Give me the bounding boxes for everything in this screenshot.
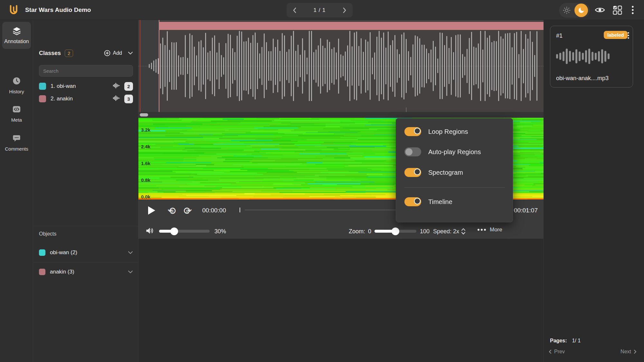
- chevron-right-icon: [634, 349, 637, 354]
- nav-item-annotation[interactable]: Annotation: [2, 22, 31, 49]
- moon-icon[interactable]: [574, 4, 588, 17]
- classes-header: Classes 2 Add: [39, 48, 133, 58]
- volume-slider[interactable]: [159, 230, 210, 233]
- object-group-anakin[interactable]: anakin (3): [33, 263, 138, 281]
- audio-wave-icon: [113, 82, 120, 90]
- nav-item-label: History: [9, 89, 24, 94]
- task-card[interactable]: #1 labeled obi-wan-anak....mp3: [550, 26, 633, 88]
- classes-collapse-chevron-icon[interactable]: [128, 50, 133, 56]
- speaker-icon[interactable]: [146, 227, 154, 236]
- audio-thumbnail-icon: [556, 46, 628, 67]
- zoom-min: 0: [368, 228, 371, 235]
- object-group-obi-wan[interactable]: obi-wan (2): [33, 243, 138, 262]
- pager-prev-button[interactable]: [292, 7, 297, 13]
- forward-10-button[interactable]: ⟳ 10: [182, 205, 193, 216]
- task-menu-button[interactable]: [625, 31, 631, 41]
- loop-regions-toggle[interactable]: [404, 127, 421, 136]
- pages-label: Pages:: [550, 338, 567, 344]
- audio-region-band[interactable]: [159, 22, 544, 30]
- timeline-toggle[interactable]: [404, 197, 421, 206]
- zoom-label: Zoom:: [349, 228, 365, 235]
- code-icon: [12, 105, 21, 115]
- menu-item-label: Spectogram: [428, 169, 463, 176]
- spectogram-toggle[interactable]: [404, 168, 421, 177]
- freq-label: 3.2k: [141, 127, 150, 133]
- playhead-cursor[interactable]: [140, 20, 140, 112]
- layout-grid-button[interactable]: [612, 5, 623, 15]
- play-button[interactable]: [146, 205, 157, 216]
- pages-value: 1/ 1: [572, 338, 581, 344]
- layers-icon: [12, 26, 21, 37]
- top-bar: Star Wars Audio Demo 1 / 1: [0, 0, 644, 20]
- nav-item-meta[interactable]: Meta: [0, 105, 33, 123]
- tasks-panel: #1 labeled obi-wan-anak....mp3 Pages: 1/…: [544, 20, 644, 362]
- freq-label: 1.6k: [141, 161, 150, 166]
- divider: [404, 187, 505, 188]
- progress-cursor[interactable]: [240, 208, 240, 212]
- ellipsis-icon: [478, 229, 486, 231]
- speed-stepper-icon[interactable]: [461, 228, 466, 236]
- nav-item-comments[interactable]: Comments: [0, 134, 33, 152]
- freq-label: 0.8k: [141, 177, 150, 183]
- menu-item-label: Loop Regions: [428, 128, 468, 135]
- objects-title: Objects: [39, 231, 56, 237]
- plus-circle-icon: [104, 50, 110, 56]
- rewind-10-button[interactable]: ⟲ 10: [166, 205, 177, 216]
- waveform-view[interactable]: [138, 20, 544, 112]
- prev-page-button[interactable]: Prev: [548, 349, 565, 355]
- next-page-button[interactable]: Next: [620, 349, 637, 355]
- menu-item-loop-regions: Loop Regions: [404, 125, 505, 138]
- object-group-label: obi-wan (2): [50, 249, 77, 256]
- speed-label: Speed: 2x: [433, 228, 459, 235]
- class-color-swatch: [39, 83, 46, 90]
- menu-item-spectogram: Spectogram: [404, 166, 505, 179]
- zoom-slider[interactable]: [374, 230, 416, 233]
- freq-label: 0.0k: [141, 194, 150, 200]
- chevron-left-icon: [548, 349, 552, 354]
- class-label: 1. obi-wan: [51, 83, 76, 89]
- view-visibility-button[interactable]: [594, 5, 605, 15]
- total-time: 00:01:07: [514, 207, 538, 214]
- class-color-swatch: [39, 95, 46, 102]
- zoom-slider-knob[interactable]: [392, 227, 399, 235]
- pages-navigation: Prev Next: [544, 349, 644, 358]
- pages-indicator: Pages: 1/ 1: [550, 338, 581, 344]
- more-button[interactable]: More: [478, 227, 502, 233]
- audio-wave-icon: [113, 95, 120, 103]
- volume-value: 30%: [214, 228, 226, 235]
- chevron-down-icon[interactable]: [128, 270, 133, 274]
- labels-panel: Classes 2 Add 1. obi-wan: [33, 20, 138, 362]
- page-title: Star Wars Audio Demo: [25, 0, 91, 20]
- menu-item-timeline: Timeline: [404, 196, 505, 208]
- class-region-count: 2: [124, 82, 133, 91]
- clock-icon: [12, 77, 21, 87]
- app-logo-icon: [7, 4, 20, 16]
- class-row-anakin[interactable]: 2. anakin 3: [39, 93, 133, 105]
- class-row-obi-wan[interactable]: 1. obi-wan 2: [39, 80, 133, 92]
- task-filename: obi-wan-anak....mp3: [556, 75, 609, 82]
- nav-item-label: Comments: [5, 146, 28, 152]
- status-badge: labeled: [604, 31, 628, 39]
- nav-item-label: Meta: [11, 117, 22, 123]
- divider: [33, 226, 138, 226]
- nav-item-history[interactable]: History: [0, 77, 33, 94]
- volume-slider-knob[interactable]: [170, 227, 178, 235]
- scrollbar-handle[interactable]: [140, 113, 148, 116]
- waveform-scrollbar: [138, 112, 544, 118]
- autoplay-regions-toggle[interactable]: [404, 147, 421, 156]
- sun-icon[interactable]: [559, 6, 574, 14]
- waveform-bars: [138, 20, 544, 112]
- task-pager: 1 / 1: [287, 3, 353, 17]
- freq-label: 2.4k: [141, 144, 150, 149]
- chevron-down-icon[interactable]: [128, 251, 133, 254]
- zoom-max: 100: [420, 228, 430, 235]
- task-id: #1: [556, 32, 563, 39]
- player-settings-menu: Loop Regions Auto-play Regions Spectogra…: [396, 118, 513, 222]
- add-class-button[interactable]: Add: [104, 50, 122, 56]
- pager-next-button[interactable]: [342, 7, 347, 13]
- overflow-menu-button[interactable]: [629, 5, 637, 15]
- theme-toggle[interactable]: [559, 3, 590, 18]
- comment-icon: [12, 134, 21, 144]
- search-input[interactable]: [39, 65, 133, 77]
- pager-count: 1 / 1: [313, 7, 326, 14]
